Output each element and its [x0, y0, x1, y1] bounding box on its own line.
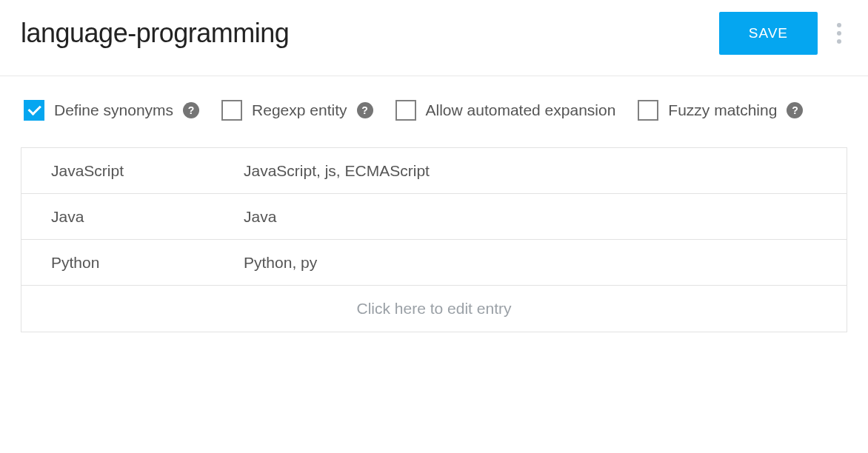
- entry-reference: Python: [21, 254, 244, 272]
- entry-reference: Java: [21, 208, 244, 226]
- add-entry-row[interactable]: Click here to edit entry: [21, 286, 847, 332]
- checkbox-fuzzy-matching[interactable]: [638, 100, 658, 121]
- more-menu-button[interactable]: [831, 17, 847, 50]
- option-label: Fuzzy matching: [668, 101, 777, 119]
- more-vertical-icon: [837, 23, 841, 27]
- page-title: language-programming: [21, 18, 289, 49]
- options-panel: Define synonyms ? Regexp entity ? Allow …: [0, 76, 868, 138]
- header: language-programming SAVE: [0, 0, 868, 76]
- checkbox-define-synonyms[interactable]: [24, 100, 44, 121]
- option-regexp-entity: Regexp entity ?: [221, 100, 373, 121]
- add-entry-label: Click here to edit entry: [357, 300, 512, 318]
- help-icon[interactable]: ?: [183, 102, 199, 118]
- entry-synonyms: Python, py: [244, 254, 847, 272]
- synonym-table: JavaScript JavaScript, js, ECMAScript Ja…: [21, 147, 847, 332]
- option-fuzzy-matching: Fuzzy matching ?: [638, 100, 803, 121]
- save-button[interactable]: SAVE: [719, 12, 818, 55]
- header-actions: SAVE: [719, 12, 847, 55]
- option-define-synonyms: Define synonyms ?: [24, 100, 199, 121]
- option-label: Define synonyms: [54, 101, 173, 119]
- entry-synonyms: Java: [244, 208, 847, 226]
- option-allow-automated-expansion: Allow automated expansion: [395, 100, 616, 121]
- table-row[interactable]: JavaScript JavaScript, js, ECMAScript: [21, 148, 847, 194]
- option-label: Regexp entity: [252, 101, 347, 119]
- table-row[interactable]: Java Java: [21, 194, 847, 240]
- checkbox-regexp-entity[interactable]: [221, 100, 242, 121]
- entry-reference: JavaScript: [21, 162, 244, 180]
- checkbox-allow-automated-expansion[interactable]: [395, 100, 416, 121]
- help-icon[interactable]: ?: [787, 102, 803, 118]
- table-row[interactable]: Python Python, py: [21, 240, 847, 286]
- help-icon[interactable]: ?: [357, 102, 373, 118]
- entry-synonyms: JavaScript, js, ECMAScript: [244, 162, 847, 180]
- option-label: Allow automated expansion: [426, 101, 616, 119]
